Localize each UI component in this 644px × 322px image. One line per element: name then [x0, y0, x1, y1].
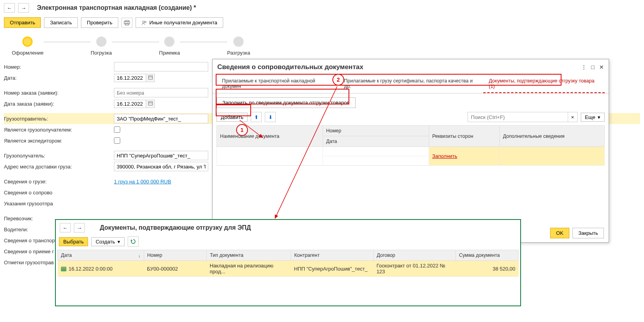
date-picker-button[interactable]: [146, 74, 154, 82]
fill-from-shipment-button[interactable]: Заполнить по сведениям документа отгрузк…: [217, 97, 356, 108]
tab-certificates[interactable]: Прилагаемые к грузу сертификаты, паспорт…: [339, 75, 483, 93]
is-receiver-label: Является грузополучателем:: [4, 127, 114, 133]
tab-shipment-docs[interactable]: Документы, подтверждающие отгрузку товар…: [483, 75, 605, 93]
popup1-title: Сведения о сопроводительных документах: [217, 63, 363, 71]
cell-name[interactable]: [217, 147, 323, 166]
add-button[interactable]: Добавить: [217, 113, 248, 122]
col-number[interactable]: Номер: [144, 250, 207, 261]
sender-input[interactable]: [114, 114, 208, 123]
date-label: Дата:: [4, 75, 114, 81]
other-recipients-button[interactable]: Иные получатели документа: [136, 17, 223, 28]
cargo-info-label: Сведения о грузе:: [4, 179, 114, 185]
cell-number[interactable]: [323, 147, 429, 156]
refresh-button[interactable]: [128, 236, 139, 247]
receiver-label: Грузополучатель:: [4, 153, 114, 159]
cell-contract: Госконтракт от 01.12.2022 № 123: [373, 261, 456, 277]
shipment-docs-table: Дата↓ Номер Тип документа Контрагент Дог…: [57, 250, 519, 277]
arrow-up-icon: ⬆: [254, 114, 259, 120]
move-up-button[interactable]: ⬆: [251, 112, 262, 122]
popup-maximize-icon[interactable]: □: [591, 64, 594, 70]
popup-more-icon[interactable]: ⋮: [581, 64, 587, 70]
shipment-docs-popup: ← → Документы, подтверждающие отгрузку д…: [55, 219, 521, 306]
col-number[interactable]: Номер: [323, 126, 429, 136]
cell-parties[interactable]: Заполнить: [429, 147, 500, 166]
is-forwarder-label: Является экспедитором:: [4, 138, 114, 144]
calendar-icon: [148, 75, 153, 80]
cell-type: Накладная на реализацию прод...: [207, 261, 291, 277]
print-button[interactable]: [121, 18, 132, 28]
col-type[interactable]: Тип документа: [207, 250, 291, 261]
forward-button[interactable]: →: [18, 3, 29, 13]
more-button[interactable]: Еще ▾: [581, 113, 605, 122]
calendar-icon: [148, 101, 153, 106]
arrow-down-icon: ⬇: [268, 114, 273, 120]
send-button[interactable]: Отправить: [4, 17, 41, 28]
save-button[interactable]: Записать: [44, 17, 78, 28]
step-loading[interactable]: Погрузка: [91, 37, 112, 56]
col-contractor[interactable]: Контрагент: [291, 250, 373, 261]
table-row[interactable]: Заполнить: [217, 147, 605, 156]
date-input[interactable]: [114, 74, 146, 82]
cell-number: БУ00-000002: [144, 261, 207, 277]
page-title: Электронная транспортная накладная (созд…: [37, 4, 196, 11]
sort-desc-icon: ↓: [138, 253, 141, 258]
delivery-address-input[interactable]: [114, 162, 208, 171]
step-acceptance[interactable]: Приемка: [159, 37, 180, 56]
marker-1: 1: [236, 124, 248, 136]
print-icon: [124, 20, 130, 26]
col-extra[interactable]: Дополнительные сведения: [500, 126, 605, 147]
tab-attached-to-waybill[interactable]: Прилагаемые к транспортной накладной док…: [217, 75, 339, 93]
users-icon: [141, 20, 147, 25]
docs-table: Наименование документа Номер Реквизиты с…: [217, 125, 605, 166]
col-date[interactable]: Дата: [323, 136, 429, 147]
popup2-forward-button[interactable]: →: [74, 223, 85, 232]
stepper: Оформление Погрузка Приемка Разгрузка: [0, 29, 644, 60]
cargo-info-link[interactable]: 1 груз на 1 000 000 RUB: [114, 179, 171, 185]
search-input[interactable]: [468, 112, 568, 122]
step-registration[interactable]: Оформление: [12, 37, 44, 56]
fill-link[interactable]: Заполнить: [432, 153, 457, 159]
check-button[interactable]: Проверить: [81, 17, 118, 28]
svg-rect-7: [149, 102, 152, 105]
svg-point-3: [143, 21, 145, 23]
marker-2: 2: [332, 74, 344, 86]
close-button[interactable]: Закрыть: [572, 228, 604, 238]
search-clear-button[interactable]: ×: [568, 112, 578, 122]
popup2-title: Документы, подтверждающие отгрузку для Э…: [100, 224, 251, 231]
is-forwarder-checkbox[interactable]: [114, 137, 120, 144]
table-row[interactable]: 16.12.2022 0:00:00 БУ00-000002 Накладная…: [58, 261, 519, 277]
svg-point-4: [145, 21, 146, 23]
accompanying-label: Сведения о сопрово: [4, 190, 114, 196]
receiver-input[interactable]: [114, 151, 208, 160]
create-button[interactable]: Создать ▾: [91, 237, 124, 246]
order-date-label: Дата заказа (заявки):: [4, 101, 114, 107]
ok-button[interactable]: OK: [550, 228, 569, 238]
col-parties[interactable]: Реквизиты сторон: [429, 126, 500, 147]
col-name[interactable]: Наименование документа: [217, 126, 323, 147]
order-number-input[interactable]: [114, 88, 208, 97]
cell-date[interactable]: [323, 156, 429, 166]
cell-amount: 38 520,00: [456, 261, 519, 277]
number-input[interactable]: [114, 62, 208, 71]
order-date-picker-button[interactable]: [146, 100, 154, 108]
number-label: Номер:: [4, 64, 114, 70]
order-date-input[interactable]: [114, 100, 146, 108]
is-receiver-checkbox[interactable]: [114, 126, 120, 133]
col-amount[interactable]: Сумма документа: [456, 250, 519, 261]
select-button[interactable]: Выбрать: [59, 237, 88, 246]
step-unloading[interactable]: Разгрузка: [227, 37, 250, 56]
col-contract[interactable]: Договор: [373, 250, 456, 261]
refresh-icon: [130, 239, 136, 244]
move-down-button[interactable]: ⬇: [265, 112, 276, 122]
popup-close-icon[interactable]: ✕: [599, 64, 604, 70]
svg-rect-1: [124, 22, 130, 24]
back-button[interactable]: ←: [4, 3, 15, 13]
popup2-back-button[interactable]: ←: [60, 223, 71, 232]
col-date[interactable]: Дата↓: [58, 250, 144, 261]
sender-instr-label: Указания грузоотпра: [4, 201, 114, 207]
document-icon: [61, 267, 66, 271]
delivery-address-label: Адрес места доставки груза:: [4, 164, 114, 170]
cell-extra[interactable]: [500, 147, 605, 166]
cell-date: 16.12.2022 0:00:00: [58, 261, 144, 277]
cell-contractor: НПП "СуперАгроПошив"_тест_: [291, 261, 373, 277]
